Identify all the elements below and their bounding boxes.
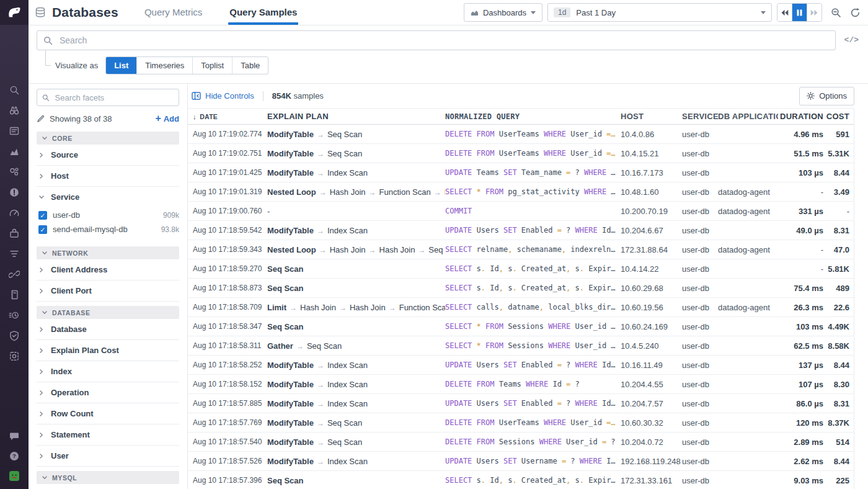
facet-item-client-port[interactable]: Client Port — [37, 280, 179, 302]
apm-icon[interactable] — [9, 207, 20, 218]
logs-icon[interactable] — [9, 248, 20, 259]
facet-item-partial[interactable] — [37, 484, 179, 489]
rewind-button[interactable] — [777, 4, 792, 21]
datadog-logo[interactable] — [0, 0, 29, 25]
fast-forward-button[interactable] — [807, 4, 822, 21]
table-row[interactable]: Aug 10 17:18:59.343Nested Loop→Hash Join… — [188, 240, 854, 259]
organization-icon[interactable] — [9, 470, 20, 482]
metrics-icon[interactable] — [9, 146, 20, 157]
table-row[interactable]: Aug 10 17:18:58.709Limit→Hash Join→Hash … — [188, 298, 854, 317]
query-token: ? — [566, 399, 575, 408]
add-facet-button[interactable]: + Add — [155, 114, 179, 123]
table-row[interactable]: Aug 10 17:18:57.885ModifyTable→Index Sca… — [188, 394, 854, 413]
security-icon[interactable] — [9, 330, 20, 341]
facet-value-row[interactable]: ✓user-db909k — [38, 208, 179, 222]
facet-group-header-network[interactable]: NETWORK — [37, 246, 179, 259]
facet-item-row-count[interactable]: Row Count — [37, 403, 179, 424]
cell-normalized-query: SELECT s. Id, s. Created_at, s. Expir… — [445, 284, 621, 292]
facet-value-row[interactable]: ✓send-email-mysql-db93.8k — [38, 222, 179, 236]
hide-controls-button[interactable]: Hide Controls — [192, 91, 254, 101]
table-row[interactable]: Aug 10 17:18:58.252ModifyTable→Index Sca… — [188, 356, 854, 375]
facet-item-source[interactable]: Source — [37, 145, 179, 166]
tab-query-metrics[interactable]: Query Metrics — [144, 0, 202, 25]
help-icon[interactable]: ? — [9, 451, 20, 462]
visualize-option-timeseries[interactable]: Timeseries — [137, 57, 193, 74]
dashboards-dropdown[interactable]: Dashboards — [464, 3, 542, 22]
table-row[interactable]: Aug 10 17:18:58.873Seq ScanSELECT s. Id,… — [188, 279, 854, 298]
code-view-icon[interactable]: </> — [844, 35, 859, 45]
table-row[interactable]: Aug 10 17:19:01.425ModifyTable→Index Sca… — [188, 163, 854, 182]
checkbox-checked[interactable]: ✓ — [38, 225, 47, 234]
column-header-cost[interactable]: COST — [823, 112, 852, 121]
facet-group-header-mysql[interactable]: MYSQL — [37, 471, 179, 484]
table-row[interactable]: Aug 10 17:18:57.526ModifyTable→Index Sca… — [188, 452, 854, 471]
ci-pipelines-icon[interactable] — [9, 269, 20, 280]
facet-item-host[interactable]: Host — [37, 166, 179, 187]
table-row[interactable]: Aug 10 17:18:57.396Seq ScanSELECT s. Id,… — [188, 471, 854, 489]
table-row[interactable]: Aug 10 17:18:58.152ModifyTable→Index Sca… — [188, 375, 854, 394]
column-header-query[interactable]: NORMALIZED QUERY — [445, 112, 621, 121]
table-row[interactable]: Aug 10 17:18:58.347Seq ScanSELECT * FROM… — [188, 317, 854, 336]
monitors-icon[interactable] — [9, 187, 20, 198]
cell-explain-plan: - — [267, 207, 445, 216]
facet-item-client-address[interactable]: Client Address — [37, 259, 179, 280]
table-row[interactable]: Aug 10 17:18:57.769ModifyTable→Seq ScanD… — [188, 413, 854, 433]
table-row[interactable]: Aug 10 17:18:59.542ModifyTable→Index Sca… — [188, 221, 854, 240]
facet-item-statement[interactable]: Statement — [37, 424, 179, 446]
search-bar[interactable] — [37, 30, 836, 50]
column-header-date[interactable]: ↓ DATE — [188, 113, 267, 120]
facet-search[interactable] — [37, 89, 179, 106]
chevron-right-icon — [38, 348, 45, 354]
facet-item-index[interactable]: Index — [37, 361, 179, 382]
column-header-plan[interactable]: EXPLAIN PLAN — [267, 112, 445, 121]
facet-group-header-database[interactable]: DATABASE — [37, 306, 179, 319]
checkbox-checked[interactable]: ✓ — [38, 211, 47, 220]
table-row[interactable]: Aug 10 17:18:58.311Gather→Seq ScanSELECT… — [188, 336, 854, 356]
search-icon[interactable] — [9, 84, 20, 96]
table-row[interactable]: Aug 10 17:19:02.751ModifyTable→Seq ScanD… — [188, 144, 854, 163]
facet-item-explain-plan-cost[interactable]: Explain Plan Cost — [37, 340, 179, 361]
time-range-picker[interactable]: 1d Past 1 Day — [547, 3, 772, 22]
options-button[interactable]: Options — [799, 87, 854, 105]
infrastructure-icon[interactable] — [9, 166, 20, 177]
search-input[interactable] — [58, 35, 829, 46]
query-token: s — [575, 476, 580, 485]
facet-item-database[interactable]: Database — [37, 319, 179, 340]
table-row[interactable]: Aug 10 17:18:57.540ModifyTable→Seq ScanD… — [188, 433, 854, 452]
visualize-option-list[interactable]: List — [106, 57, 137, 74]
refresh-icon[interactable] — [850, 7, 861, 18]
zoom-out-icon[interactable] — [831, 7, 841, 18]
table-row[interactable]: Aug 10 17:19:01.319Nested Loop→Hash Join… — [188, 182, 854, 202]
visualize-option-table[interactable]: Table — [232, 57, 268, 74]
pause-button[interactable] — [792, 4, 807, 21]
query-token: Id… — [602, 226, 616, 235]
column-header-service[interactable]: SERVICE — [682, 112, 718, 121]
facet-item-user[interactable]: User — [37, 446, 179, 467]
query-token: UserTeams — [499, 418, 544, 427]
cell-date: Aug 10 17:18:57.526 — [188, 457, 267, 465]
tab-query-samples[interactable]: Query Samples — [229, 0, 297, 25]
notebooks-icon[interactable] — [9, 289, 20, 300]
facet-item-service[interactable]: Service — [37, 187, 179, 207]
query-token: = — [562, 457, 570, 465]
facet-search-input[interactable] — [54, 92, 174, 103]
plan-step: Seq Scan — [327, 130, 362, 139]
table-row[interactable]: Aug 10 17:19:00.760-COMMIT10.200.70.19us… — [188, 202, 854, 221]
column-header-host[interactable]: HOST — [621, 112, 682, 121]
table-row[interactable]: Aug 10 17:18:59.270Seq ScanSELECT s. Id,… — [188, 259, 854, 279]
cell-explain-plan: ModifyTable→Index Scan — [267, 457, 445, 466]
column-header-duration[interactable]: DURATION — [778, 112, 823, 121]
visualize-option-toplist[interactable]: Toplist — [193, 57, 232, 74]
query-token: DELETE FROM — [445, 418, 499, 427]
support-chat-icon[interactable] — [9, 431, 20, 442]
watchdog-icon[interactable] — [9, 105, 20, 116]
app-security-icon[interactable] — [9, 351, 20, 362]
column-header-dbapp[interactable]: DB APPLICATION — [718, 112, 778, 121]
table-row[interactable]: Aug 10 17:19:02.774ModifyTable→Seq ScanD… — [188, 125, 854, 144]
column-header-label: HOST — [621, 112, 644, 121]
synthetics-icon[interactable] — [9, 310, 20, 321]
facet-item-operation[interactable]: Operation — [37, 382, 179, 403]
events-icon[interactable] — [9, 125, 20, 137]
facet-group-header-core[interactable]: CORE — [37, 132, 179, 145]
integrations-icon[interactable] — [9, 228, 20, 239]
